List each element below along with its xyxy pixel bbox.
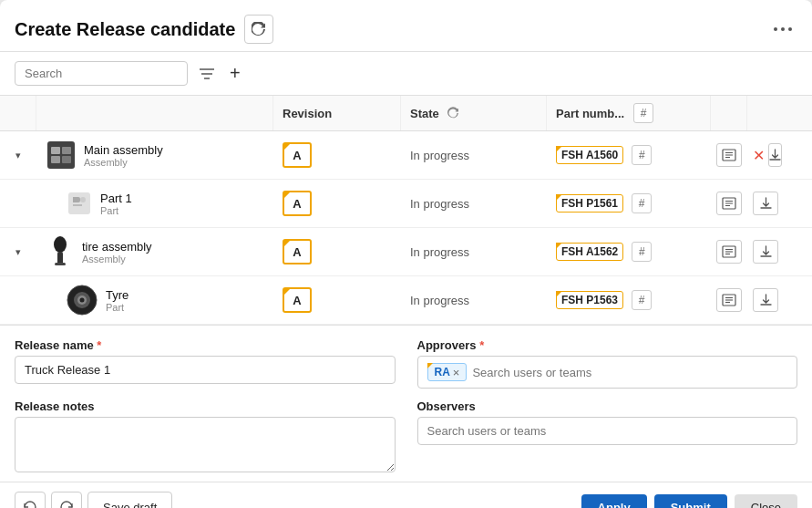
delete-button[interactable]: ✕ xyxy=(753,147,765,164)
row-hash-btn[interactable]: # xyxy=(632,193,652,213)
redo-button[interactable] xyxy=(51,492,82,508)
download-button[interactable] xyxy=(768,143,782,167)
revision-col: A xyxy=(273,228,401,275)
approvers-input-wrap[interactable]: RA × xyxy=(417,356,798,389)
filter-button[interactable] xyxy=(195,64,219,84)
action1-col xyxy=(711,180,747,227)
revision-corner xyxy=(283,288,291,295)
action2-col xyxy=(747,276,784,324)
part-num-badge: FSH A1560 xyxy=(556,146,623,164)
expand-col xyxy=(0,276,36,324)
revision-corner xyxy=(283,143,291,150)
revision-corner xyxy=(283,240,291,247)
expand-col xyxy=(0,180,36,227)
svg-rect-23 xyxy=(55,263,66,265)
th-actions1 xyxy=(711,96,747,130)
release-name-label: Release name * xyxy=(15,338,396,352)
action1-col xyxy=(711,276,747,324)
name-col: Part 1 Part xyxy=(36,180,273,227)
item-name: Part 1 xyxy=(100,192,132,205)
expand-col: ▾ xyxy=(0,131,36,179)
submit-button[interactable]: Submit xyxy=(654,494,727,509)
revision-col: A xyxy=(273,276,401,324)
state-col: In progress xyxy=(401,228,547,275)
partnum-col: FSH A1562 # xyxy=(547,228,711,275)
item-type: Assembly xyxy=(82,254,152,264)
row-hash-btn[interactable]: # xyxy=(632,290,652,310)
th-state: State xyxy=(401,96,547,130)
undo-icon xyxy=(23,501,37,508)
part-corner xyxy=(556,243,562,249)
svg-rect-6 xyxy=(47,141,75,169)
name-col: Tyre Part xyxy=(36,276,273,324)
download-button[interactable] xyxy=(753,288,778,312)
state-col: In progress xyxy=(401,131,547,179)
download-icon xyxy=(760,294,772,306)
details-button[interactable] xyxy=(716,288,742,312)
expand-button[interactable]: ▾ xyxy=(12,243,25,262)
more-options-button[interactable] xyxy=(768,15,797,44)
approver-remove-button[interactable]: × xyxy=(453,367,460,378)
refresh-button[interactable] xyxy=(244,15,273,44)
state-text: In progress xyxy=(410,245,469,259)
item-name: tire assembly xyxy=(82,240,152,254)
approver-tag: RA × xyxy=(427,363,468,381)
close-button[interactable]: Close xyxy=(735,494,797,509)
partnum-col: FSH P1563 # xyxy=(547,276,711,324)
details-icon xyxy=(722,197,736,210)
release-name-group: Release name * xyxy=(15,338,396,389)
download-icon xyxy=(769,149,781,161)
name-col: Main assembly Assembly xyxy=(36,131,273,179)
svg-point-16 xyxy=(80,197,86,202)
svg-point-2 xyxy=(788,27,792,31)
partnum-hash-btn[interactable]: # xyxy=(633,103,653,123)
tyre-icon xyxy=(66,284,98,316)
state-text: In progress xyxy=(410,294,469,307)
expand-button[interactable]: ▾ xyxy=(12,146,25,165)
revision-corner xyxy=(283,192,291,199)
release-notes-label: Release notes xyxy=(15,399,396,413)
svg-rect-7 xyxy=(51,147,60,154)
svg-rect-9 xyxy=(51,156,60,163)
svg-rect-15 xyxy=(68,192,90,214)
apply-button[interactable]: Apply xyxy=(581,494,647,509)
release-notes-textarea[interactable] xyxy=(15,417,396,472)
table-row: ▾ tire assembly Assembly xyxy=(0,228,812,276)
th-expand xyxy=(0,96,36,130)
details-button[interactable] xyxy=(716,192,742,215)
filter-icon xyxy=(199,67,215,80)
revision-badge: A xyxy=(283,287,312,313)
download-button[interactable] xyxy=(753,192,778,215)
observers-input[interactable] xyxy=(417,417,798,445)
search-input[interactable] xyxy=(15,61,188,86)
download-icon xyxy=(760,245,772,258)
item-type: Part xyxy=(100,205,132,216)
details-button[interactable] xyxy=(716,143,742,167)
table-area: Revision State Part numb... # ▾ xyxy=(0,96,812,325)
toolbar: + xyxy=(0,52,812,96)
part-corner xyxy=(556,291,562,297)
details-button[interactable] xyxy=(716,240,742,264)
save-draft-button[interactable]: Save draft xyxy=(87,492,172,508)
release-notes-group: Release notes xyxy=(15,399,396,472)
part-icon xyxy=(66,190,93,217)
table-row: ▾ Main assembly Assembly xyxy=(0,131,812,180)
details-icon xyxy=(722,294,736,306)
state-refresh-icon xyxy=(447,107,459,119)
download-button[interactable] xyxy=(753,240,778,264)
th-name xyxy=(36,96,273,130)
release-name-input[interactable] xyxy=(15,356,396,384)
item-name: Tyre xyxy=(106,288,128,302)
item-type: Assembly xyxy=(84,157,163,168)
undo-button[interactable] xyxy=(15,492,46,508)
svg-rect-8 xyxy=(62,147,71,154)
part-num-badge: FSH P1563 xyxy=(556,291,623,309)
refresh-icon xyxy=(252,22,266,36)
approvers-text-input[interactable] xyxy=(472,366,787,379)
row-hash-btn[interactable]: # xyxy=(632,145,652,165)
download-icon xyxy=(760,197,772,210)
required-marker: * xyxy=(97,338,101,352)
partnum-col: FSH A1560 # xyxy=(547,131,711,179)
add-button[interactable]: + xyxy=(226,59,244,88)
row-hash-btn[interactable]: # xyxy=(632,242,652,262)
